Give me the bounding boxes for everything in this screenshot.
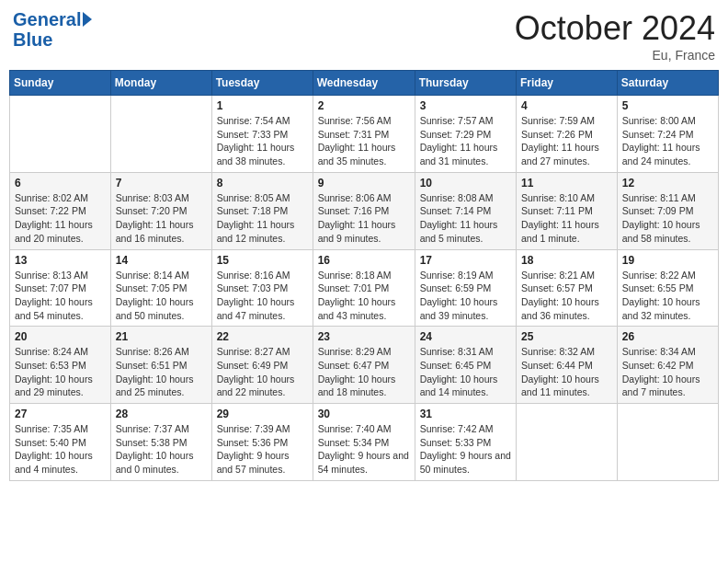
calendar-cell: 6Sunrise: 8:02 AMSunset: 7:22 PMDaylight… <box>10 172 111 249</box>
weekday-header-wednesday: Wednesday <box>313 71 415 96</box>
day-number: 8 <box>217 177 308 190</box>
weekday-header-saturday: Saturday <box>617 71 718 96</box>
day-number: 28 <box>116 408 207 420</box>
calendar-cell: 15Sunrise: 8:16 AMSunset: 7:03 PMDayligh… <box>211 249 313 327</box>
calendar-table: SundayMondayTuesdayWednesdayThursdayFrid… <box>9 70 719 481</box>
day-number: 16 <box>318 254 410 267</box>
day-info: Sunrise: 8:08 AMSunset: 7:14 PMDaylight:… <box>420 191 511 246</box>
day-info: Sunrise: 8:22 AMSunset: 6:55 PMDaylight:… <box>622 269 713 323</box>
calendar-cell: 3Sunrise: 7:57 AMSunset: 7:29 PMDaylight… <box>415 96 516 173</box>
weekday-header-sunday: Sunday <box>10 71 111 96</box>
calendar-cell: 12Sunrise: 8:11 AMSunset: 7:09 PMDayligh… <box>617 172 718 249</box>
day-info: Sunrise: 7:40 AMSunset: 5:34 PMDaylight:… <box>318 422 410 477</box>
day-number: 9 <box>318 177 410 190</box>
calendar-cell: 20Sunrise: 8:24 AMSunset: 6:53 PMDayligh… <box>10 327 111 404</box>
day-number: 20 <box>15 330 106 343</box>
day-number: 30 <box>318 408 410 420</box>
calendar-cell: 19Sunrise: 8:22 AMSunset: 6:55 PMDayligh… <box>617 249 718 327</box>
day-info: Sunrise: 8:31 AMSunset: 6:45 PMDaylight:… <box>420 345 511 399</box>
day-info: Sunrise: 8:05 AMSunset: 7:18 PMDaylight:… <box>217 191 308 246</box>
day-info: Sunrise: 7:37 AMSunset: 5:38 PMDaylight:… <box>116 422 207 477</box>
day-info: Sunrise: 8:18 AMSunset: 7:01 PMDaylight:… <box>318 269 410 323</box>
day-info: Sunrise: 8:02 AMSunset: 7:22 PMDaylight:… <box>15 191 106 246</box>
calendar-cell: 10Sunrise: 8:08 AMSunset: 7:14 PMDayligh… <box>415 172 516 249</box>
calendar-cell: 21Sunrise: 8:26 AMSunset: 6:51 PMDayligh… <box>110 327 211 404</box>
weekday-header-row: SundayMondayTuesdayWednesdayThursdayFrid… <box>10 71 719 96</box>
day-number: 23 <box>318 330 410 343</box>
calendar-cell: 14Sunrise: 8:14 AMSunset: 7:05 PMDayligh… <box>110 249 211 327</box>
weekday-header-friday: Friday <box>517 71 618 96</box>
calendar-cell: 2Sunrise: 7:56 AMSunset: 7:31 PMDaylight… <box>313 96 415 173</box>
day-number: 17 <box>420 254 511 267</box>
day-info: Sunrise: 7:35 AMSunset: 5:40 PMDaylight:… <box>15 422 106 477</box>
day-info: Sunrise: 8:14 AMSunset: 7:05 PMDaylight:… <box>116 269 207 323</box>
day-number: 7 <box>116 177 207 190</box>
day-info: Sunrise: 7:56 AMSunset: 7:31 PMDaylight:… <box>318 114 410 168</box>
day-number: 21 <box>116 330 207 343</box>
weekday-header-tuesday: Tuesday <box>211 71 313 96</box>
day-info: Sunrise: 8:29 AMSunset: 6:47 PMDaylight:… <box>318 345 410 399</box>
logo-arrow-icon <box>83 12 92 27</box>
calendar-week-4: 20Sunrise: 8:24 AMSunset: 6:53 PMDayligh… <box>10 327 719 404</box>
logo: General Blue <box>13 9 92 50</box>
day-info: Sunrise: 7:39 AMSunset: 5:36 PMDaylight:… <box>217 422 308 477</box>
calendar-cell: 7Sunrise: 8:03 AMSunset: 7:20 PMDaylight… <box>110 172 211 249</box>
day-number: 26 <box>622 330 713 343</box>
calendar-cell: 9Sunrise: 8:06 AMSunset: 7:16 PMDaylight… <box>313 172 415 249</box>
day-number: 12 <box>622 177 713 190</box>
calendar-cell: 13Sunrise: 8:13 AMSunset: 7:07 PMDayligh… <box>10 249 111 327</box>
day-number: 24 <box>420 330 511 343</box>
calendar-cell: 26Sunrise: 8:34 AMSunset: 6:42 PMDayligh… <box>617 327 718 404</box>
day-number: 25 <box>521 330 612 343</box>
day-number: 2 <box>318 99 410 112</box>
day-number: 27 <box>15 408 106 420</box>
day-number: 3 <box>420 99 511 112</box>
day-number: 22 <box>217 330 308 343</box>
calendar-cell: 22Sunrise: 8:27 AMSunset: 6:49 PMDayligh… <box>211 327 313 404</box>
day-number: 15 <box>217 254 308 267</box>
day-number: 18 <box>521 254 612 267</box>
calendar-cell: 23Sunrise: 8:29 AMSunset: 6:47 PMDayligh… <box>313 327 415 404</box>
month-title: October 2024 Eu, France <box>515 9 715 63</box>
day-number: 31 <box>420 408 511 420</box>
calendar-cell: 27Sunrise: 7:35 AMSunset: 5:40 PMDayligh… <box>10 404 111 481</box>
weekday-header-thursday: Thursday <box>415 71 516 96</box>
day-info: Sunrise: 8:13 AMSunset: 7:07 PMDaylight:… <box>15 269 106 323</box>
calendar-cell: 29Sunrise: 7:39 AMSunset: 5:36 PMDayligh… <box>211 404 313 481</box>
day-number: 11 <box>521 177 612 190</box>
day-number: 5 <box>622 99 713 112</box>
calendar-cell: 18Sunrise: 8:21 AMSunset: 6:57 PMDayligh… <box>517 249 618 327</box>
logo-text-blue: Blue <box>13 29 52 50</box>
day-number: 14 <box>116 254 207 267</box>
day-number: 29 <box>217 408 308 420</box>
day-info: Sunrise: 8:24 AMSunset: 6:53 PMDaylight:… <box>15 345 106 399</box>
calendar-cell: 4Sunrise: 7:59 AMSunset: 7:26 PMDaylight… <box>517 96 618 173</box>
day-info: Sunrise: 7:59 AMSunset: 7:26 PMDaylight:… <box>521 114 612 168</box>
logo-text: General <box>13 9 81 29</box>
calendar-cell: 28Sunrise: 7:37 AMSunset: 5:38 PMDayligh… <box>110 404 211 481</box>
calendar-cell: 5Sunrise: 8:00 AMSunset: 7:24 PMDaylight… <box>617 96 718 173</box>
day-number: 1 <box>217 99 308 112</box>
day-info: Sunrise: 8:00 AMSunset: 7:24 PMDaylight:… <box>622 114 713 168</box>
calendar-cell: 8Sunrise: 8:05 AMSunset: 7:18 PMDaylight… <box>211 172 313 249</box>
calendar-cell <box>10 96 111 173</box>
day-info: Sunrise: 8:06 AMSunset: 7:16 PMDaylight:… <box>318 191 410 246</box>
day-info: Sunrise: 8:11 AMSunset: 7:09 PMDaylight:… <box>622 191 713 246</box>
day-info: Sunrise: 8:34 AMSunset: 6:42 PMDaylight:… <box>622 345 713 399</box>
page-header: General Blue October 2024 Eu, France <box>9 9 719 63</box>
day-info: Sunrise: 8:21 AMSunset: 6:57 PMDaylight:… <box>521 269 612 323</box>
day-info: Sunrise: 8:27 AMSunset: 6:49 PMDaylight:… <box>217 345 308 399</box>
day-info: Sunrise: 8:26 AMSunset: 6:51 PMDaylight:… <box>116 345 207 399</box>
calendar-cell: 11Sunrise: 8:10 AMSunset: 7:11 PMDayligh… <box>517 172 618 249</box>
location: Eu, France <box>515 48 715 63</box>
weekday-header-monday: Monday <box>110 71 211 96</box>
day-number: 19 <box>622 254 713 267</box>
day-info: Sunrise: 7:42 AMSunset: 5:33 PMDaylight:… <box>420 422 511 477</box>
calendar-cell: 16Sunrise: 8:18 AMSunset: 7:01 PMDayligh… <box>313 249 415 327</box>
day-number: 6 <box>15 177 106 190</box>
day-info: Sunrise: 8:19 AMSunset: 6:59 PMDaylight:… <box>420 269 511 323</box>
day-info: Sunrise: 7:57 AMSunset: 7:29 PMDaylight:… <box>420 114 511 168</box>
calendar-week-3: 13Sunrise: 8:13 AMSunset: 7:07 PMDayligh… <box>10 249 719 327</box>
calendar-cell: 17Sunrise: 8:19 AMSunset: 6:59 PMDayligh… <box>415 249 516 327</box>
calendar-cell: 31Sunrise: 7:42 AMSunset: 5:33 PMDayligh… <box>415 404 516 481</box>
